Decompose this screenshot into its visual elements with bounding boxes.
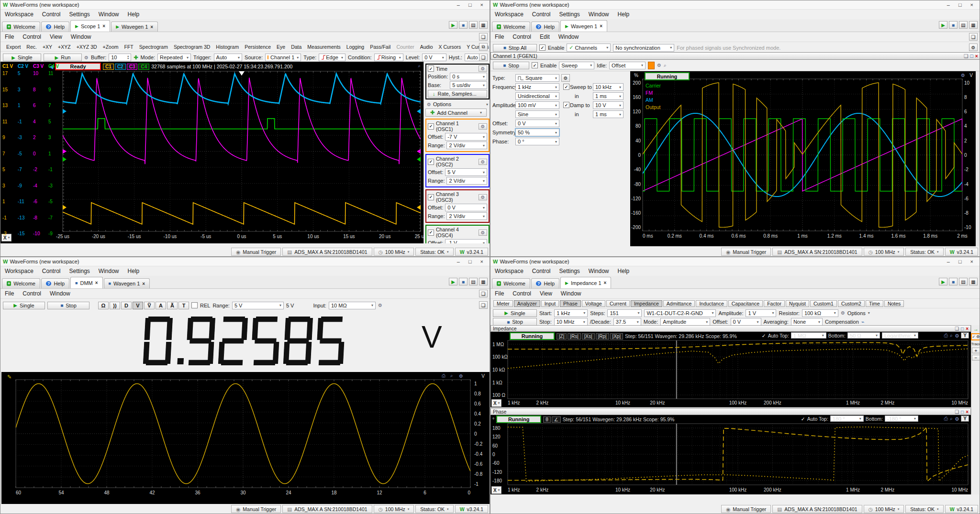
view-toggle-button[interactable]: Custom2 [838,300,865,307]
tile-windows-icon[interactable]: ▦ [479,21,488,29]
status-segment[interactable]: ▤ ADS_MAX A SN:210018BD1401 [282,248,372,256]
menu-item[interactable]: Settings [559,11,580,18]
stop-all-button[interactable]: ■ [459,21,468,29]
stop-button[interactable]: ■Stop [493,318,537,326]
base-dropdown[interactable]: 5 us/div [450,81,487,89]
single-button[interactable]: ▶Single [3,54,41,61]
sync-dropdown[interactable]: No synchronization [613,44,674,52]
view-toggle-button[interactable]: Voltage [582,300,605,307]
menu-item[interactable]: Control [22,290,41,297]
offset-dropdown[interactable]: 0 V [515,120,559,127]
toolbar-item[interactable]: +Zoom [100,44,122,50]
tile-windows-icon[interactable]: ▦ [969,21,978,29]
tab[interactable]: ■ DMM × [70,277,103,288]
channel-offset-dropdown[interactable]: 0 V [445,204,487,211]
detach-window-icon[interactable]: ❏ [969,33,978,41]
channel-checkbox[interactable]: ✓ [428,123,434,130]
tab-close-icon[interactable]: × [95,280,98,285]
condition-dropdown[interactable]: Rising [374,54,403,61]
view-toggle-button[interactable]: Capacitance [728,300,763,307]
status-segment[interactable]: ◉ Manual Trigger [231,505,281,513]
apply-icon[interactable]: → [973,326,979,332]
topology-dropdown[interactable]: W1-C1-DUT-C2-R-GND [644,309,716,317]
view-toggle-button[interactable]: Current [606,300,630,307]
range-dropdown[interactable]: 5 V [232,302,284,309]
minimize-button[interactable]: – [457,259,460,264]
source-dropdown[interactable]: Channel 1 [265,54,301,61]
channel-offset-dropdown[interactable]: -7 V [445,133,487,141]
enable-checkbox[interactable]: ✓ [532,62,538,68]
view-toggle-button[interactable]: Nyquist [786,300,809,307]
menu-item[interactable]: Window [71,33,91,40]
status-segment[interactable]: Status: OK ▾ [905,248,943,256]
input-dropdown[interactable]: 10 MΩ [329,302,376,309]
tab[interactable]: ? Help [531,278,559,288]
title-bar[interactable]: W WaveForms (new workspace) – □ × [0,0,490,10]
toolbar-item[interactable]: Audio [417,44,436,50]
toolbar-item[interactable]: Pass/Fail [367,44,393,50]
channel-gear-icon[interactable]: ⚙ [479,123,487,130]
menu-item[interactable]: Window [50,290,70,297]
tile-windows-icon[interactable]: ▦ [479,278,488,285]
plot-tool-icon[interactable]: ⚙ [459,373,463,379]
channel-gear-icon[interactable]: ⚙ [479,194,487,200]
menu-item[interactable]: Settings [69,11,90,18]
toolbar-item[interactable]: Rec. [23,44,40,50]
channel-offset-dropdown[interactable]: -1 V [445,239,487,243]
start-dropdown[interactable]: 1 kHz [554,309,588,317]
menu-item[interactable]: File [5,33,14,40]
status-segment[interactable]: ◷ 100 MHz ▾ [864,248,904,256]
view-toggle-button[interactable]: Inductance [696,300,727,307]
add-trace-button[interactable]: + [972,348,980,353]
title-bar[interactable]: W WaveForms (new workspace) – □ × [490,0,980,10]
tab[interactable]: ? Help [41,22,69,32]
toolbar-item[interactable]: FFT [122,44,136,50]
steps-dropdown[interactable]: 151 [607,309,642,317]
menu-item[interactable]: Help [128,11,140,18]
maximize-panel-icon[interactable]: □ [970,53,973,59]
compensation-label[interactable]: Compensation [825,319,859,325]
menu-item[interactable]: Window [561,290,581,297]
view-toggle-button[interactable]: Factor [764,300,785,307]
menu-item[interactable]: Control [512,33,531,40]
maximize-panel-icon[interactable]: □ [961,326,964,331]
tab[interactable]: ▶ Scope 1 × [70,20,110,32]
view-toggle-button[interactable]: Notes [884,300,904,307]
generator-mode-dropdown[interactable]: Sweep [559,62,594,69]
status-segment[interactable]: W v3.24.1 [455,505,488,513]
menu-item[interactable]: Window [589,11,609,18]
run-all-button[interactable]: ▶ [449,21,457,29]
phase-panel-title[interactable]: Phase ❏ □ × [490,408,971,415]
damp-to-checkbox[interactable]: ✓ [563,102,569,108]
status-segment[interactable]: W v3.24.1 [455,248,488,256]
view-toggle-button[interactable]: Analyzer [514,300,540,307]
menu-item[interactable]: Control [42,268,61,274]
dmm-trend-plot[interactable]: V10.80.60.40.20-0.2-0.4-0.6-0.8-16054484… [1,372,490,504]
stop-dropdown[interactable]: 10 MHz [554,318,588,326]
trace-enable-box[interactable]: ✓⚙ [971,333,980,340]
close-button[interactable]: × [480,2,483,8]
cascade-windows-icon[interactable]: ▤ [469,278,478,285]
menu-item[interactable]: Control [22,33,41,40]
channel-offset-dropdown[interactable]: 5 V [445,168,487,176]
options-dropdown[interactable]: Options [433,101,451,107]
title-bar[interactable]: W WaveForms (new workspace) – □ × [0,257,490,266]
tab-close-icon[interactable]: × [142,281,145,286]
toolbar-item[interactable]: Counter [393,44,417,50]
tab[interactable]: ? Help [41,278,69,288]
sweep-direction-dropdown[interactable]: Unidirectional [515,92,559,100]
dmm-mode-button[interactable]: )) [110,302,120,309]
amplitude-dropdown[interactable]: 1 V [746,309,776,317]
menu-item[interactable]: Edit [540,33,550,40]
dmm-mode-button[interactable]: Ṽ [144,302,155,309]
toolbar-item[interactable]: Spectrogram [136,44,171,50]
status-segment[interactable]: ▤ ADS_MAX A SN:210018BD1401 [772,248,862,256]
channel-gear-icon[interactable]: ⚙ [479,159,487,165]
frequency-dropdown[interactable]: 1 kHz [515,83,559,91]
dmm-mode-button[interactable]: Ã [167,302,178,309]
cascade-windows-icon[interactable]: ▤ [959,278,968,285]
dmm-mode-button[interactable]: D [121,302,132,309]
toolbar-item[interactable]: +XY [40,44,55,50]
enable-checkbox[interactable]: ✓ [539,44,546,51]
menu-item[interactable]: View [50,33,62,40]
